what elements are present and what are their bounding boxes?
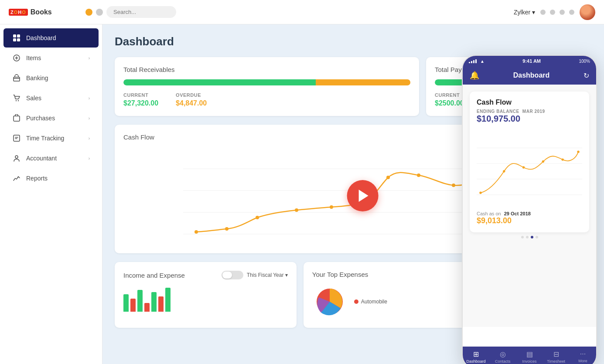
sidebar-item-dashboard[interactable]: Dashboard — [3, 28, 99, 48]
sidebar-item-sales-label: Sales — [26, 95, 83, 102]
svg-point-22 — [256, 216, 259, 219]
play-triangle-icon — [359, 190, 369, 202]
topbar-icon-2[interactable] — [550, 10, 555, 15]
svg-point-39 — [542, 160, 544, 163]
sidebar-item-banking[interactable]: Banking — [3, 68, 99, 88]
mobile-cash-date-label: Cash as on 29 Oct 2018 — [477, 211, 582, 216]
top-expenses-header: Your Top Expenses — [312, 271, 477, 278]
reports-icon — [12, 174, 21, 183]
mobile-nav-item-contacts[interactable]: ◎ Contacts — [489, 350, 516, 364]
svg-point-36 — [479, 192, 481, 194]
time-tracking-icon — [12, 134, 21, 143]
topbar: ZOHO Books Zylker ▾ — [0, 0, 604, 24]
top-expenses-pie — [312, 284, 347, 319]
bar-4 — [144, 303, 150, 312]
sidebar-item-sales[interactable]: Sales › — [3, 88, 99, 108]
mobile-nav-item-timesheet[interactable]: ⊟ Timesheet — [543, 350, 570, 364]
receivables-bar — [123, 79, 410, 85]
mobile-bell-icon[interactable]: 🔔 — [470, 71, 479, 80]
search-input[interactable] — [106, 6, 176, 18]
sales-icon — [12, 94, 21, 102]
mobile-chart-area — [477, 128, 582, 207]
dot-3 — [531, 236, 533, 238]
mobile-nav-dashboard-icon: ⊞ — [473, 350, 479, 358]
topbar-icon-4[interactable] — [569, 10, 574, 15]
total-receivables-card: Total Receivables CURRENT $27,320.00 OVE… — [115, 57, 419, 116]
svg-point-28 — [452, 184, 455, 187]
dot-4 — [536, 236, 538, 238]
dot-1 — [521, 236, 524, 238]
sidebar-item-items[interactable]: Items › — [3, 48, 99, 68]
sidebar-item-dashboard-label: Dashboard — [26, 34, 90, 41]
toggle-pill-inactive — [233, 272, 242, 279]
svg-point-23 — [295, 208, 298, 212]
receivables-overdue: OVERDUE $4,847.00 — [176, 92, 207, 107]
mobile-nav-invoices-icon: ▤ — [526, 350, 533, 358]
svg-point-15 — [15, 156, 18, 158]
sidebar-item-accountant[interactable]: Accountant › — [3, 149, 99, 168]
svg-rect-1 — [17, 34, 20, 37]
topbar-icon-1[interactable] — [540, 10, 546, 15]
top-expenses-content: Automobile — [312, 284, 477, 319]
status-dot-gray — [96, 9, 103, 16]
income-expense-title: Income and Expense — [123, 272, 185, 279]
receivables-amounts: CURRENT $27,320.00 OVERDUE $4,847.00 — [123, 92, 410, 107]
sidebar-item-reports[interactable]: Reports — [3, 169, 99, 188]
income-expense-card: Income and Expense This Fiscal Year ▾ — [115, 262, 297, 328]
sales-arrow: › — [89, 96, 90, 101]
page-title: Dashboard — [115, 35, 592, 48]
topbar-indicators — [85, 6, 176, 18]
company-selector[interactable]: Zylker ▾ — [514, 9, 535, 16]
purchases-arrow: › — [89, 116, 90, 121]
topbar-icon-3[interactable] — [560, 10, 565, 15]
svg-rect-12 — [14, 135, 20, 141]
svg-point-40 — [561, 158, 563, 160]
sidebar-item-purchases-label: Purchases — [26, 115, 83, 122]
income-expense-controls: This Fiscal Year ▾ — [222, 271, 288, 279]
accountant-arrow: › — [89, 156, 90, 161]
fiscal-year-button[interactable]: This Fiscal Year ▾ — [247, 272, 288, 278]
sidebar-item-time-tracking[interactable]: Time Tracking › — [3, 129, 99, 148]
mobile-bottom-nav: ⊞ Dashboard ◎ Contacts ▤ Invoices ⊟ Time… — [463, 347, 596, 364]
mobile-content: Cash Flow ENDING BALANCE Mar 2019 $10,97… — [463, 85, 596, 327]
income-expense-toggle[interactable] — [222, 271, 243, 279]
mobile-ending-value: $10,975.00 — [477, 114, 582, 124]
topbar-right: Zylker ▾ — [514, 4, 595, 20]
receivables-bar-current — [123, 79, 316, 85]
mobile-clock: 9:41 AM — [522, 58, 541, 64]
bar-1 — [123, 294, 129, 312]
svg-rect-3 — [17, 38, 20, 41]
topbar-action-icons — [540, 10, 574, 15]
purchases-icon — [12, 114, 21, 122]
mobile-nav-invoices-label: Invoices — [522, 359, 536, 364]
mobile-cash-flow-card: Cash Flow ENDING BALANCE Mar 2019 $10,97… — [470, 92, 589, 232]
mobile-nav-bar: 🔔 Dashboard ↻ — [463, 66, 596, 85]
svg-rect-2 — [13, 38, 16, 41]
avatar[interactable] — [580, 4, 595, 20]
mobile-ending-balance: ENDING BALANCE Mar 2019 $10,975.00 — [477, 109, 582, 124]
svg-point-37 — [503, 170, 505, 172]
mobile-nav-item-more[interactable]: ··· More — [570, 350, 596, 364]
avatar-image — [580, 4, 595, 20]
sidebar-item-accountant-label: Accountant — [26, 155, 83, 162]
mobile-nav-item-dashboard[interactable]: ⊞ Dashboard — [463, 350, 489, 364]
mobile-status-left: ▲ — [469, 59, 485, 64]
mobile-bottom-info: Cash as on 29 Oct 2018 $9,013.00 — [477, 211, 582, 225]
main-layout: Dashboard Items › Banking Sales › — [0, 24, 604, 364]
svg-point-24 — [330, 205, 333, 209]
mobile-slide-dots — [470, 232, 589, 242]
sidebar-item-purchases[interactable]: Purchases › — [3, 109, 99, 128]
mobile-refresh-icon[interactable]: ↻ — [584, 71, 589, 80]
mobile-overlay: ▲ 9:41 AM 100% 🔔 Dashboard ↻ Cash Flow E… — [462, 55, 597, 364]
svg-point-26 — [386, 176, 390, 179]
signal-icon — [469, 59, 477, 63]
play-button[interactable] — [347, 180, 379, 211]
bar-3 — [137, 290, 143, 312]
banking-icon — [12, 74, 21, 82]
mobile-nav-timesheet-label: Timesheet — [547, 359, 565, 364]
status-dot-yellow — [85, 9, 92, 16]
mobile-nav-item-invoices[interactable]: ▤ Invoices — [516, 350, 543, 364]
items-icon — [12, 54, 21, 62]
items-arrow: › — [89, 56, 90, 61]
wifi-indicator: ▲ — [480, 59, 485, 64]
